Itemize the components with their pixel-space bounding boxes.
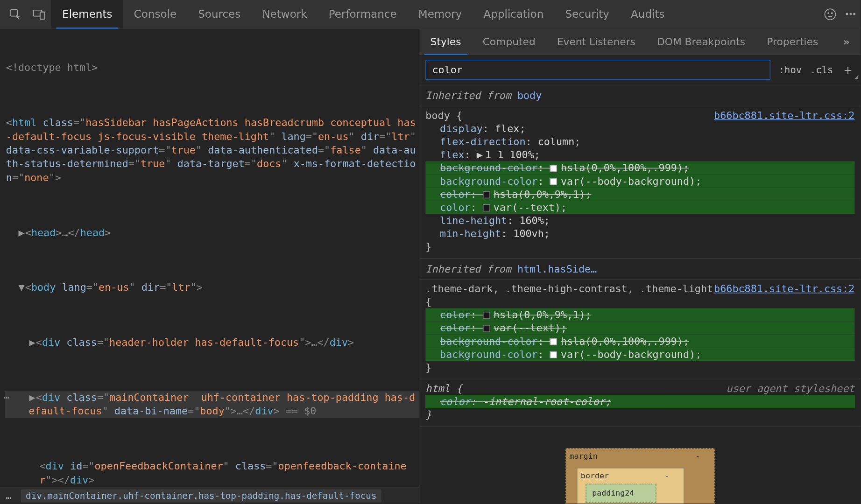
rule-theme[interactable]: b66bc881.site-ltr.css:2 .theme-dark, .th…: [420, 280, 861, 379]
svg-rect-2: [40, 12, 45, 19]
tabs-overflow-icon[interactable]: »: [833, 28, 861, 54]
feedback-smile-icon[interactable]: [824, 7, 837, 21]
tab-styles[interactable]: Styles: [420, 28, 472, 54]
devtools-toolbar: Elements Console Sources Network Perform…: [0, 0, 861, 28]
tab-network[interactable]: Network: [251, 0, 318, 28]
styles-rules: Inherited from body b66bc881.site-ltr.cs…: [420, 85, 861, 504]
dom-tree[interactable]: <!doctype html> <html class="hasSidebar …: [0, 28, 419, 487]
tab-sources[interactable]: Sources: [187, 0, 251, 28]
new-style-rule-icon[interactable]: ＋: [841, 61, 854, 79]
tab-audits[interactable]: Audits: [620, 0, 676, 28]
dom-doctype[interactable]: <!doctype html>: [5, 61, 419, 75]
inherited-from-body: Inherited from body: [420, 85, 861, 106]
breadcrumb-overflow-icon[interactable]: …: [6, 490, 13, 501]
rule-source-link[interactable]: b66bc881.site-ltr.css:2: [714, 109, 854, 122]
cls-toggle[interactable]: .cls: [810, 64, 833, 76]
tab-security[interactable]: Security: [554, 0, 620, 28]
hov-toggle[interactable]: :hov: [779, 64, 802, 76]
dom-body-open[interactable]: ▼<body lang="en-us" dir="ltr">: [5, 281, 419, 294]
inherited-from-html: Inherited from html.hasSide…: [420, 259, 861, 280]
tab-properties[interactable]: Properties: [756, 28, 829, 54]
tab-computed[interactable]: Computed: [472, 28, 546, 54]
dom-head[interactable]: ▶<head>…</head>: [5, 226, 419, 239]
tab-elements[interactable]: Elements: [51, 0, 123, 28]
device-toggle-icon[interactable]: [28, 2, 51, 26]
dom-html-open[interactable]: <html class="hasSidebar hasPageActions h…: [5, 116, 419, 184]
svg-point-4: [825, 9, 835, 20]
tab-performance[interactable]: Performance: [318, 0, 408, 28]
inherited-selector[interactable]: body: [517, 90, 542, 102]
tab-event-listeners[interactable]: Event Listeners: [546, 28, 646, 54]
rule-body[interactable]: b66bc881.site-ltr.css:2 body { display: …: [420, 106, 861, 259]
rule-html-ua[interactable]: user agent stylesheet html { color: -int…: [420, 379, 861, 427]
rule-source-link[interactable]: b66bc881.site-ltr.css:2: [714, 282, 854, 295]
main-tabs: Elements Console Sources Network Perform…: [51, 0, 675, 28]
tab-memory[interactable]: Memory: [408, 0, 473, 28]
rule-source-ua: user agent stylesheet: [726, 382, 854, 395]
breadcrumb[interactable]: … div.mainContainer.uhf-container.has-to…: [0, 487, 419, 504]
svg-point-6: [832, 12, 833, 13]
styles-filter-input[interactable]: [425, 60, 770, 80]
inherited-selector[interactable]: html.hasSide…: [517, 263, 597, 275]
dom-openfeedback[interactable]: <div id="openFeedbackContainer" class="o…: [5, 459, 419, 487]
breadcrumb-current[interactable]: div.mainContainer.uhf-container.has-top-…: [21, 489, 381, 502]
tab-console[interactable]: Console: [123, 0, 188, 28]
dom-main-div[interactable]: ⋯▶<div class="mainContainer uhf-containe…: [5, 391, 419, 418]
more-menu-icon[interactable]: ⋯: [845, 8, 857, 21]
inspect-icon[interactable]: [4, 2, 28, 26]
styles-tabs: Styles Computed Event Listeners DOM Brea…: [420, 28, 861, 55]
styles-filter-row: :hov .cls ＋: [420, 55, 861, 85]
box-model[interactable]: margin - border - padding24: [420, 427, 861, 504]
tab-application[interactable]: Application: [473, 0, 555, 28]
tab-dom-breakpoints[interactable]: DOM Breakpoints: [646, 28, 756, 54]
svg-point-5: [828, 12, 829, 13]
dom-header-div[interactable]: ▶<div class="header-holder has-default-f…: [5, 336, 419, 349]
